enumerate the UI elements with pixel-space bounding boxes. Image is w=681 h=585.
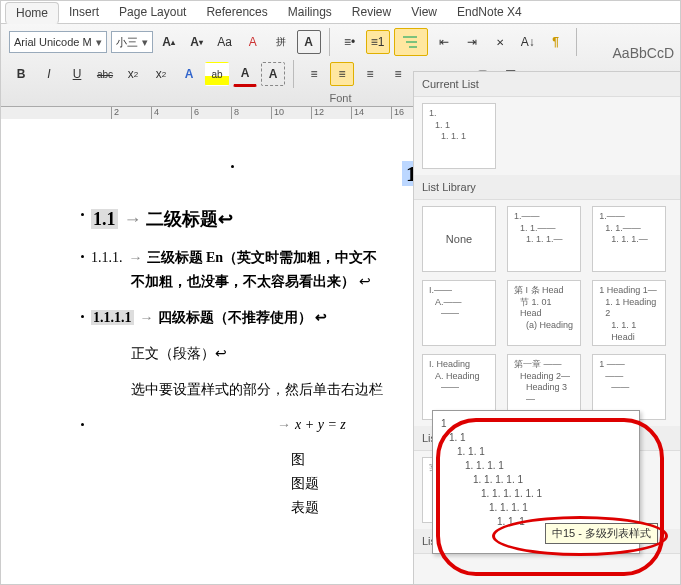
tab-view[interactable]: View bbox=[401, 2, 447, 22]
underline-button[interactable]: U bbox=[65, 62, 89, 86]
font-name-combo[interactable]: Arial Unicode M▾ bbox=[9, 31, 107, 53]
ribbon-tabs: Home Insert Page Layout References Maili… bbox=[1, 1, 680, 24]
tab-home[interactable]: Home bbox=[5, 2, 59, 24]
h4-number: 1.1.1.1 bbox=[91, 310, 134, 325]
superscript-button[interactable]: x2 bbox=[149, 62, 173, 86]
char-border-icon[interactable]: A bbox=[297, 30, 321, 54]
list-tile[interactable]: 1 Heading 1—1. 1 Heading 21. 1. 1 Headi bbox=[592, 280, 666, 346]
font-name-value: Arial Unicode M bbox=[14, 36, 92, 48]
shrink-font-icon[interactable]: A▾ bbox=[185, 30, 209, 54]
h2-number: 1.1 bbox=[91, 209, 118, 229]
tile-line: 1. bbox=[429, 108, 489, 120]
bold-button[interactable]: B bbox=[9, 62, 33, 86]
body-line-1: 正文（段落） bbox=[131, 346, 215, 361]
strike-button[interactable]: abc bbox=[93, 62, 117, 86]
annotation-oval-icon bbox=[492, 516, 668, 556]
clear-format-icon[interactable]: A bbox=[241, 30, 265, 54]
tab-arrow-icon: → bbox=[140, 310, 152, 325]
tab-review[interactable]: Review bbox=[342, 2, 401, 22]
sort-icon[interactable]: A↓ bbox=[516, 30, 540, 54]
list-tile[interactable]: 第 I 条 Head节 1. 01 Head(a) Heading bbox=[507, 280, 581, 346]
italic-button[interactable]: I bbox=[37, 62, 61, 86]
h3-text-a: 三级标题 En（英文时需加粗，中文不 bbox=[147, 250, 378, 265]
tile-line: 1. 1. 1 bbox=[441, 131, 489, 143]
tab-arrow-icon: → bbox=[129, 250, 141, 265]
phonetic-guide-icon[interactable]: 拼 bbox=[269, 30, 293, 54]
caption-label: 图题 bbox=[291, 476, 319, 491]
align-left-icon[interactable]: ≡ bbox=[302, 62, 326, 86]
h3-text-b: 不加粗，也没事，不太容易看出来） bbox=[131, 274, 355, 289]
asian-layout-icon[interactable]: ✕ bbox=[488, 30, 512, 54]
align-justify-icon[interactable]: ≡ bbox=[386, 62, 410, 86]
increase-indent-icon[interactable]: ⇥ bbox=[460, 30, 484, 54]
font-color-icon[interactable]: A bbox=[233, 61, 257, 87]
tab-arrow-icon: → bbox=[277, 417, 289, 432]
current-list-tile[interactable]: 1. 1. 1 1. 1. 1 bbox=[422, 103, 496, 169]
tab-endnote[interactable]: EndNote X4 bbox=[447, 2, 532, 22]
h4-text: 四级标题（不推荐使用） bbox=[158, 310, 312, 325]
text-effects-icon[interactable]: A bbox=[177, 62, 201, 86]
list-tile[interactable]: I.——A.———— bbox=[422, 280, 496, 346]
h2-text: 二级标题 bbox=[146, 209, 218, 229]
list-tile-none[interactable]: None bbox=[422, 206, 496, 272]
tile-line: 1. 1 bbox=[435, 120, 489, 132]
list-library-tiles: None 1.——1. 1.——1. 1. 1.— 1.——1. 1.——1. … bbox=[414, 200, 680, 426]
numbering-icon[interactable]: ≡1 bbox=[366, 30, 390, 54]
grow-font-icon[interactable]: A▴ bbox=[157, 30, 181, 54]
list-library-header: List Library bbox=[414, 175, 680, 200]
styles-preview[interactable]: AaBbCcD bbox=[613, 45, 674, 61]
highlight-icon[interactable]: ab bbox=[205, 62, 229, 86]
change-case-icon[interactable]: Aa bbox=[213, 30, 237, 54]
fig-label: 图 bbox=[291, 452, 305, 467]
equation: x + y = z bbox=[295, 417, 346, 432]
font-size-value: 小三 bbox=[116, 35, 138, 50]
tab-mailings[interactable]: Mailings bbox=[278, 2, 342, 22]
chevron-down-icon: ▾ bbox=[96, 36, 102, 49]
align-right-icon[interactable]: ≡ bbox=[358, 62, 382, 86]
body-line-2: 选中要设置样式的部分，然后单击右边栏 bbox=[131, 382, 383, 397]
current-list-header: Current List bbox=[414, 72, 680, 97]
show-marks-icon[interactable]: ¶ bbox=[544, 30, 568, 54]
font-size-combo[interactable]: 小三▾ bbox=[111, 31, 153, 53]
tab-page-layout[interactable]: Page Layout bbox=[109, 2, 196, 22]
decrease-indent-icon[interactable]: ⇤ bbox=[432, 30, 456, 54]
bullets-icon[interactable]: ≡• bbox=[338, 30, 362, 54]
char-shading-icon[interactable]: A bbox=[261, 62, 285, 86]
multilevel-list-icon[interactable] bbox=[394, 28, 428, 56]
tab-references[interactable]: References bbox=[196, 2, 277, 22]
list-tile[interactable]: 1.——1. 1.——1. 1. 1.— bbox=[507, 206, 581, 272]
list-tile[interactable]: 1.——1. 1.——1. 1. 1.— bbox=[592, 206, 666, 272]
table-caption-label: 表题 bbox=[291, 500, 319, 515]
chevron-down-icon: ▾ bbox=[142, 36, 148, 49]
subscript-button[interactable]: x2 bbox=[121, 62, 145, 86]
h3-number: 1.1.1. bbox=[91, 250, 123, 265]
tab-arrow-icon: → bbox=[124, 209, 140, 229]
align-center-icon[interactable]: ≡ bbox=[330, 62, 354, 86]
tab-insert[interactable]: Insert bbox=[59, 2, 109, 22]
